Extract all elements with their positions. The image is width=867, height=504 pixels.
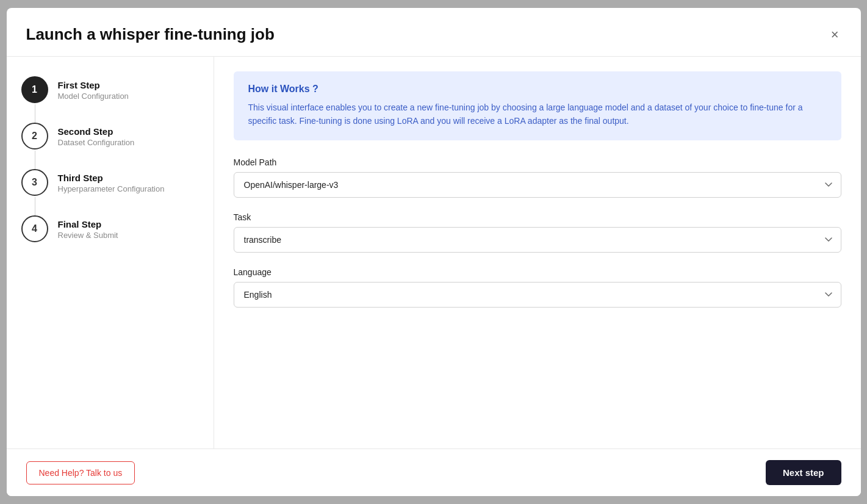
info-box: How it Works ? This visual interface ena… xyxy=(234,71,841,140)
task-select[interactable]: transcribetranslate xyxy=(234,227,841,253)
close-button[interactable]: × xyxy=(829,26,841,44)
modal-container: Launch a whisper fine-tuning job × 1 Fir… xyxy=(7,8,861,496)
help-button[interactable]: Need Help? Talk to us xyxy=(26,461,135,484)
info-box-title: How it Works ? xyxy=(248,84,827,95)
step-item-3[interactable]: 3 Third Step Hyperparameter Configuratio… xyxy=(21,169,199,215)
sidebar: 1 First Step Model Configuration 2 Secon… xyxy=(7,57,214,448)
step-circle-3: 3 xyxy=(21,169,48,196)
step-item-4[interactable]: 4 Final Step Review & Submit xyxy=(21,215,199,242)
step-title-3: Third Step xyxy=(58,173,165,183)
step-circle-2: 2 xyxy=(21,123,48,149)
info-box-text: This visual interface enables you to cre… xyxy=(248,101,827,128)
step-circle-4: 4 xyxy=(21,215,48,242)
step-subtitle-4: Review & Submit xyxy=(58,231,118,240)
next-step-button[interactable]: Next step xyxy=(766,460,841,485)
step-item-2[interactable]: 2 Second Step Dataset Configuration xyxy=(21,123,199,169)
main-content: How it Works ? This visual interface ena… xyxy=(214,57,861,448)
modal-title: Launch a whisper fine-tuning job xyxy=(26,25,275,44)
modal-body: 1 First Step Model Configuration 2 Secon… xyxy=(7,57,861,448)
step-subtitle-1: Model Configuration xyxy=(58,92,129,101)
model-path-select[interactable]: OpenAI/whisper-large-v3OpenAI/whisper-me… xyxy=(234,172,841,198)
language-field-group: Language EnglishFrenchSpanishGerman xyxy=(234,267,841,308)
step-title-1: First Step xyxy=(58,80,129,90)
model-path-label: Model Path xyxy=(234,157,841,167)
modal-header: Launch a whisper fine-tuning job × xyxy=(7,8,861,57)
modal-footer: Need Help? Talk to us Next step xyxy=(7,448,861,496)
step-title-2: Second Step xyxy=(58,126,135,137)
step-subtitle-3: Hyperparameter Configuration xyxy=(58,184,165,193)
step-subtitle-2: Dataset Configuration xyxy=(58,138,135,147)
language-select[interactable]: EnglishFrenchSpanishGerman xyxy=(234,282,841,308)
task-field-group: Task transcribetranslate xyxy=(234,212,841,253)
language-label: Language xyxy=(234,267,841,277)
step-title-4: Final Step xyxy=(58,219,118,229)
step-item-1[interactable]: 1 First Step Model Configuration xyxy=(21,76,199,123)
task-label: Task xyxy=(234,212,841,222)
model-path-field-group: Model Path OpenAI/whisper-large-v3OpenAI… xyxy=(234,157,841,198)
step-circle-1: 1 xyxy=(21,76,48,103)
